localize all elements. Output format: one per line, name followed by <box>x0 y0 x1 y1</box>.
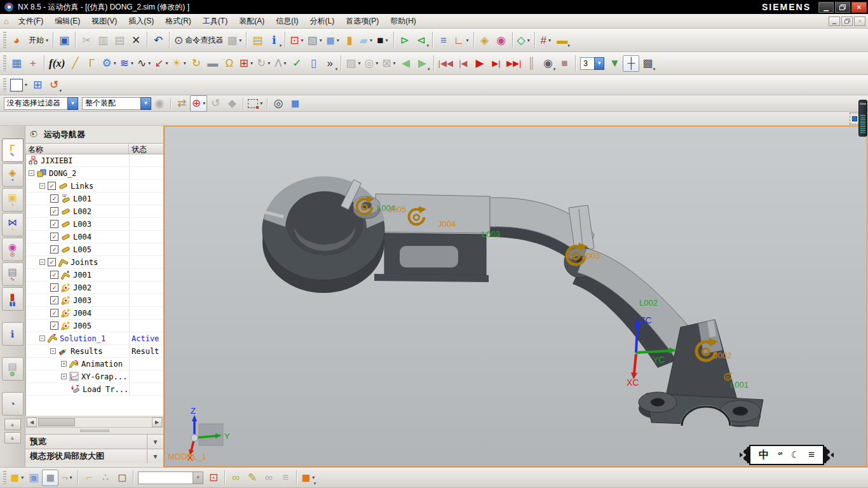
pane-check-icon[interactable]: ⊞ <box>29 77 46 93</box>
visibility-checkbox[interactable]: ✓ <box>50 207 58 215</box>
playback-pause-icon[interactable]: ║ <box>523 55 539 72</box>
damper-icon[interactable]: ∿▾ <box>135 55 153 72</box>
joint-icon[interactable]: Γ <box>83 55 100 72</box>
tab-hd3d-tools[interactable]: ▤∿ <box>2 262 24 286</box>
nx-start-icon[interactable]: ◕ <box>8 32 25 48</box>
information-window-icon[interactable]: ℹ▾ <box>266 32 282 48</box>
finish-flag-icon[interactable]: ▩▾ <box>639 55 656 72</box>
joint-angle-icon[interactable]: Λ▾ <box>272 55 288 72</box>
smart-tag-icon[interactable]: ◎▾ <box>362 55 380 72</box>
collapse-icon[interactable]: − <box>39 259 45 265</box>
tab-reuse-library[interactable]: ◉◎ <box>2 238 24 261</box>
visibility-checkbox[interactable]: ✓ <box>50 245 58 254</box>
chart-xy-icon[interactable]: ┼ <box>623 55 639 72</box>
child-close-button[interactable]: ✕ <box>854 17 865 26</box>
display-mode-button[interactable]: ▾ <box>8 77 29 93</box>
collapse-icon[interactable]: − <box>29 170 34 176</box>
undo-icon[interactable]: ↶ <box>150 32 166 48</box>
playback-prev-icon[interactable]: |◀ <box>455 55 471 72</box>
save-icon[interactable]: ▣ <box>56 32 72 48</box>
tree-row-j002[interactable]: ✓J002 <box>26 281 163 294</box>
chevron-down-icon[interactable]: ▼ <box>147 449 163 463</box>
resource-bar-scroll-button[interactable]: ▲ <box>4 432 21 444</box>
mechanism-icon[interactable]: Ω <box>221 55 238 72</box>
clip-plane-slider[interactable] <box>858 100 867 137</box>
menu-item-8[interactable]: 分析(L) <box>304 14 341 29</box>
select-by-proximity-icon[interactable]: ⊡ <box>205 470 222 486</box>
lock-selection-icon[interactable]: ◉ <box>151 95 168 112</box>
menu-item-9[interactable]: 首选项(P) <box>340 14 384 29</box>
visibility-checkbox[interactable]: ✓ <box>50 194 58 203</box>
tree-row-j004[interactable]: ✓J004 <box>26 307 163 320</box>
trace-icon[interactable]: ▨▾ <box>344 55 362 72</box>
menu-item-10[interactable]: 帮助(H) <box>384 14 422 29</box>
product-interface-icon[interactable]: ◼▾▾ <box>299 470 316 486</box>
scroll-left-arrow[interactable]: ◀ <box>27 417 37 427</box>
step-back-icon[interactable]: ◀ <box>398 55 414 72</box>
tree-row-solution-1[interactable]: −Solution_1Active <box>26 332 163 345</box>
ime-punctuation-toggle[interactable]: °’ <box>778 451 782 460</box>
snap-point-icon[interactable]: ⊕▾ <box>190 95 207 112</box>
reset-orientation-icon[interactable]: ↺▾ <box>46 77 62 93</box>
chevron-down-icon[interactable]: ▼ <box>147 435 163 449</box>
start-menu-button[interactable]: 开始▾ <box>25 32 50 48</box>
visibility-checkbox[interactable]: ✓ <box>48 182 56 190</box>
playback-first-icon[interactable]: |◀◀ <box>437 55 455 72</box>
tree-row-load-tr-[interactable]: Load Tr... <box>26 383 163 396</box>
tab-internet-explorer[interactable]: ℹ <box>2 322 24 346</box>
tree-row-j001[interactable]: ✓J001 <box>26 269 163 281</box>
tree-row-xy-grap-[interactable]: +XY-Grap... <box>26 370 163 383</box>
collapse-icon[interactable]: − <box>50 348 56 354</box>
force-vector-icon[interactable]: ↙▾ <box>153 55 170 72</box>
tab-roles-library[interactable]: ▮▮▮ <box>2 287 24 311</box>
child-restore-button[interactable] <box>841 17 853 26</box>
tree-row-l002[interactable]: ✓L002 <box>26 205 163 218</box>
toolbar-grip[interactable] <box>3 78 6 92</box>
wave-edit-icon[interactable]: ✎ <box>244 470 261 486</box>
resource-bar-scroll-button[interactable]: ▲ <box>4 419 21 430</box>
window-forward-icon[interactable]: ⊳ <box>397 32 413 48</box>
expand-icon[interactable]: + <box>61 374 67 379</box>
visibility-checkbox[interactable]: ✓ <box>50 296 58 304</box>
restore-button[interactable] <box>835 2 850 13</box>
export-motion-icon[interactable]: ▼ <box>606 55 623 72</box>
visibility-checkbox[interactable]: ✓ <box>50 283 58 292</box>
glass-pane-icon[interactable]: ▰▾ <box>358 32 374 48</box>
expand-icon[interactable]: + <box>61 361 67 367</box>
spring-icon[interactable]: ≋▾ <box>118 55 135 72</box>
tab-palettes[interactable]: ◔ <box>2 392 24 416</box>
touch-filter-icon[interactable]: ◆ <box>224 95 240 112</box>
ime-language-toggle[interactable]: 中 <box>759 449 769 462</box>
scrollbar-thumb[interactable] <box>38 418 75 426</box>
tree-row-j005[interactable]: ✓J005 <box>26 320 163 332</box>
rectangle-select-icon[interactable]: ▾ <box>246 95 264 112</box>
playback-play-icon[interactable]: ▶ <box>471 55 488 72</box>
wave-link-icon[interactable]: ∞ <box>227 470 244 486</box>
clip-section-button[interactable] <box>850 112 859 125</box>
deselect-icon[interactable]: ↺ <box>207 95 224 112</box>
column-status[interactable]: 状态 <box>129 144 163 154</box>
visibility-checkbox[interactable]: ✓ <box>50 233 58 241</box>
interference-box-icon[interactable]: ⊠▾ <box>380 55 397 72</box>
sequence-key-icon[interactable]: ⌐ <box>81 470 97 486</box>
wcs-orient-icon[interactable]: ∟▾ <box>452 32 471 48</box>
tab-part-navigator[interactable]: ⋈▪ <box>2 213 24 236</box>
find-component-combobox[interactable]: ▼ <box>136 471 205 484</box>
visibility-checkbox[interactable]: ✓ <box>50 271 58 279</box>
menu-item-4[interactable]: 格式(R) <box>159 14 197 29</box>
rendering-style-icon[interactable]: ◼▾ <box>324 32 341 48</box>
command-finder-button[interactable]: ⊙命令查找器 <box>172 32 225 48</box>
assembly-sequence-icon[interactable]: ∴ <box>97 470 114 486</box>
marker-icon[interactable]: + <box>25 55 41 72</box>
move-component-icon[interactable]: ◼▾ <box>8 470 25 486</box>
body-link-icon[interactable]: ▬ <box>205 55 221 72</box>
visibility-checkbox[interactable]: ✓ <box>50 309 58 317</box>
visibility-checkbox[interactable]: ✓ <box>50 322 58 330</box>
step-forward-icon[interactable]: ▶▾ <box>414 55 431 72</box>
tab-assembly-navigator[interactable]: ◈▪ <box>2 163 24 187</box>
menu-item-2[interactable]: 视图(V) <box>86 14 123 29</box>
frame-spinner[interactable]: 3▼ <box>578 57 606 70</box>
simulation-environment-icon[interactable]: ▦ <box>8 55 25 72</box>
menu-item-5[interactable]: 工具(T) <box>197 14 233 29</box>
crossing-lines-icon[interactable]: #▾ <box>538 32 554 48</box>
